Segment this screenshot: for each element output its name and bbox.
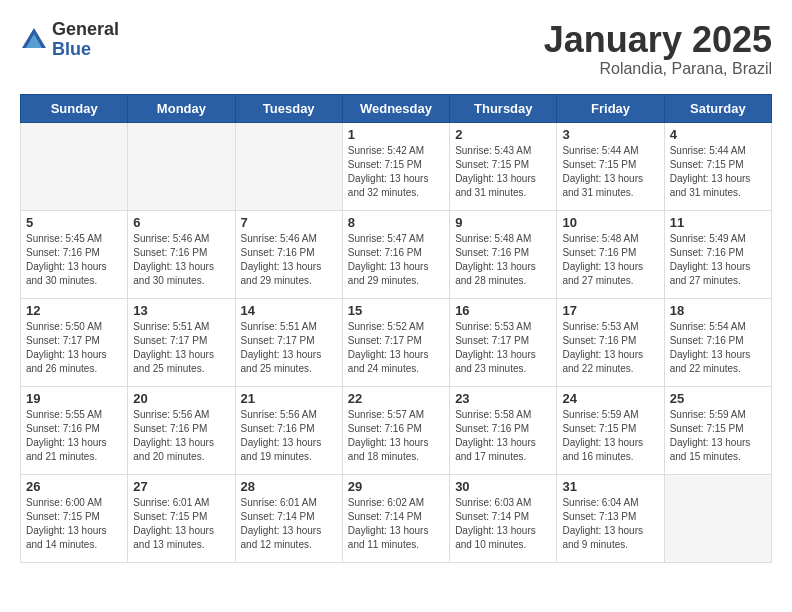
calendar-cell: 25Sunrise: 5:59 AM Sunset: 7:15 PM Dayli… (664, 386, 771, 474)
day-number: 11 (670, 215, 766, 230)
day-info: Sunrise: 5:57 AM Sunset: 7:16 PM Dayligh… (348, 408, 444, 464)
day-info: Sunrise: 5:51 AM Sunset: 7:17 PM Dayligh… (241, 320, 337, 376)
day-info: Sunrise: 5:48 AM Sunset: 7:16 PM Dayligh… (562, 232, 658, 288)
day-info: Sunrise: 5:54 AM Sunset: 7:16 PM Dayligh… (670, 320, 766, 376)
day-info: Sunrise: 6:03 AM Sunset: 7:14 PM Dayligh… (455, 496, 551, 552)
day-number: 9 (455, 215, 551, 230)
calendar-cell: 2Sunrise: 5:43 AM Sunset: 7:15 PM Daylig… (450, 122, 557, 210)
day-number: 10 (562, 215, 658, 230)
calendar-cell (235, 122, 342, 210)
weekday-header: Wednesday (342, 94, 449, 122)
logo: General Blue (20, 20, 119, 60)
day-number: 1 (348, 127, 444, 142)
day-number: 15 (348, 303, 444, 318)
calendar-cell: 16Sunrise: 5:53 AM Sunset: 7:17 PM Dayli… (450, 298, 557, 386)
calendar-cell: 19Sunrise: 5:55 AM Sunset: 7:16 PM Dayli… (21, 386, 128, 474)
calendar-cell: 12Sunrise: 5:50 AM Sunset: 7:17 PM Dayli… (21, 298, 128, 386)
calendar-cell: 1Sunrise: 5:42 AM Sunset: 7:15 PM Daylig… (342, 122, 449, 210)
calendar-week-row: 12Sunrise: 5:50 AM Sunset: 7:17 PM Dayli… (21, 298, 772, 386)
day-info: Sunrise: 5:47 AM Sunset: 7:16 PM Dayligh… (348, 232, 444, 288)
day-number: 27 (133, 479, 229, 494)
day-number: 29 (348, 479, 444, 494)
day-info: Sunrise: 5:53 AM Sunset: 7:17 PM Dayligh… (455, 320, 551, 376)
day-info: Sunrise: 5:51 AM Sunset: 7:17 PM Dayligh… (133, 320, 229, 376)
day-info: Sunrise: 5:58 AM Sunset: 7:16 PM Dayligh… (455, 408, 551, 464)
calendar-cell: 4Sunrise: 5:44 AM Sunset: 7:15 PM Daylig… (664, 122, 771, 210)
calendar-cell: 31Sunrise: 6:04 AM Sunset: 7:13 PM Dayli… (557, 474, 664, 562)
calendar-cell: 7Sunrise: 5:46 AM Sunset: 7:16 PM Daylig… (235, 210, 342, 298)
day-info: Sunrise: 5:44 AM Sunset: 7:15 PM Dayligh… (670, 144, 766, 200)
day-number: 17 (562, 303, 658, 318)
day-number: 2 (455, 127, 551, 142)
day-number: 5 (26, 215, 122, 230)
day-info: Sunrise: 5:50 AM Sunset: 7:17 PM Dayligh… (26, 320, 122, 376)
day-info: Sunrise: 5:48 AM Sunset: 7:16 PM Dayligh… (455, 232, 551, 288)
calendar-cell: 8Sunrise: 5:47 AM Sunset: 7:16 PM Daylig… (342, 210, 449, 298)
logo-blue: Blue (52, 40, 119, 60)
day-number: 18 (670, 303, 766, 318)
calendar-cell (664, 474, 771, 562)
weekday-header-row: SundayMondayTuesdayWednesdayThursdayFrid… (21, 94, 772, 122)
logo-general: General (52, 20, 119, 40)
calendar-cell: 29Sunrise: 6:02 AM Sunset: 7:14 PM Dayli… (342, 474, 449, 562)
day-number: 24 (562, 391, 658, 406)
calendar-week-row: 1Sunrise: 5:42 AM Sunset: 7:15 PM Daylig… (21, 122, 772, 210)
day-info: Sunrise: 6:01 AM Sunset: 7:15 PM Dayligh… (133, 496, 229, 552)
day-info: Sunrise: 5:43 AM Sunset: 7:15 PM Dayligh… (455, 144, 551, 200)
calendar-week-row: 26Sunrise: 6:00 AM Sunset: 7:15 PM Dayli… (21, 474, 772, 562)
day-number: 13 (133, 303, 229, 318)
day-number: 25 (670, 391, 766, 406)
weekday-header: Saturday (664, 94, 771, 122)
calendar-cell: 10Sunrise: 5:48 AM Sunset: 7:16 PM Dayli… (557, 210, 664, 298)
day-number: 16 (455, 303, 551, 318)
day-number: 19 (26, 391, 122, 406)
calendar-cell: 21Sunrise: 5:56 AM Sunset: 7:16 PM Dayli… (235, 386, 342, 474)
calendar-cell: 14Sunrise: 5:51 AM Sunset: 7:17 PM Dayli… (235, 298, 342, 386)
logo-icon (20, 26, 48, 54)
weekday-header: Monday (128, 94, 235, 122)
day-info: Sunrise: 5:59 AM Sunset: 7:15 PM Dayligh… (562, 408, 658, 464)
month-title: January 2025 (544, 20, 772, 60)
calendar-cell: 18Sunrise: 5:54 AM Sunset: 7:16 PM Dayli… (664, 298, 771, 386)
day-info: Sunrise: 5:52 AM Sunset: 7:17 PM Dayligh… (348, 320, 444, 376)
calendar-cell: 22Sunrise: 5:57 AM Sunset: 7:16 PM Dayli… (342, 386, 449, 474)
day-number: 28 (241, 479, 337, 494)
day-number: 20 (133, 391, 229, 406)
day-info: Sunrise: 5:46 AM Sunset: 7:16 PM Dayligh… (133, 232, 229, 288)
day-number: 21 (241, 391, 337, 406)
day-info: Sunrise: 5:55 AM Sunset: 7:16 PM Dayligh… (26, 408, 122, 464)
calendar-cell: 28Sunrise: 6:01 AM Sunset: 7:14 PM Dayli… (235, 474, 342, 562)
day-number: 3 (562, 127, 658, 142)
page-header: General Blue January 2025 Rolandia, Para… (20, 20, 772, 78)
calendar-cell: 27Sunrise: 6:01 AM Sunset: 7:15 PM Dayli… (128, 474, 235, 562)
day-info: Sunrise: 5:44 AM Sunset: 7:15 PM Dayligh… (562, 144, 658, 200)
calendar-week-row: 5Sunrise: 5:45 AM Sunset: 7:16 PM Daylig… (21, 210, 772, 298)
calendar-cell: 13Sunrise: 5:51 AM Sunset: 7:17 PM Dayli… (128, 298, 235, 386)
day-number: 30 (455, 479, 551, 494)
calendar-cell: 6Sunrise: 5:46 AM Sunset: 7:16 PM Daylig… (128, 210, 235, 298)
day-number: 14 (241, 303, 337, 318)
location: Rolandia, Parana, Brazil (544, 60, 772, 78)
day-info: Sunrise: 5:42 AM Sunset: 7:15 PM Dayligh… (348, 144, 444, 200)
calendar-table: SundayMondayTuesdayWednesdayThursdayFrid… (20, 94, 772, 563)
day-number: 31 (562, 479, 658, 494)
day-info: Sunrise: 6:02 AM Sunset: 7:14 PM Dayligh… (348, 496, 444, 552)
calendar-cell: 15Sunrise: 5:52 AM Sunset: 7:17 PM Dayli… (342, 298, 449, 386)
day-info: Sunrise: 5:56 AM Sunset: 7:16 PM Dayligh… (133, 408, 229, 464)
calendar-cell (128, 122, 235, 210)
calendar-cell: 23Sunrise: 5:58 AM Sunset: 7:16 PM Dayli… (450, 386, 557, 474)
day-number: 6 (133, 215, 229, 230)
day-number: 8 (348, 215, 444, 230)
day-info: Sunrise: 6:04 AM Sunset: 7:13 PM Dayligh… (562, 496, 658, 552)
title-block: January 2025 Rolandia, Parana, Brazil (544, 20, 772, 78)
day-info: Sunrise: 6:00 AM Sunset: 7:15 PM Dayligh… (26, 496, 122, 552)
day-info: Sunrise: 5:46 AM Sunset: 7:16 PM Dayligh… (241, 232, 337, 288)
day-info: Sunrise: 5:49 AM Sunset: 7:16 PM Dayligh… (670, 232, 766, 288)
day-info: Sunrise: 6:01 AM Sunset: 7:14 PM Dayligh… (241, 496, 337, 552)
day-number: 12 (26, 303, 122, 318)
day-number: 26 (26, 479, 122, 494)
day-info: Sunrise: 5:45 AM Sunset: 7:16 PM Dayligh… (26, 232, 122, 288)
weekday-header: Sunday (21, 94, 128, 122)
calendar-cell (21, 122, 128, 210)
day-info: Sunrise: 5:59 AM Sunset: 7:15 PM Dayligh… (670, 408, 766, 464)
